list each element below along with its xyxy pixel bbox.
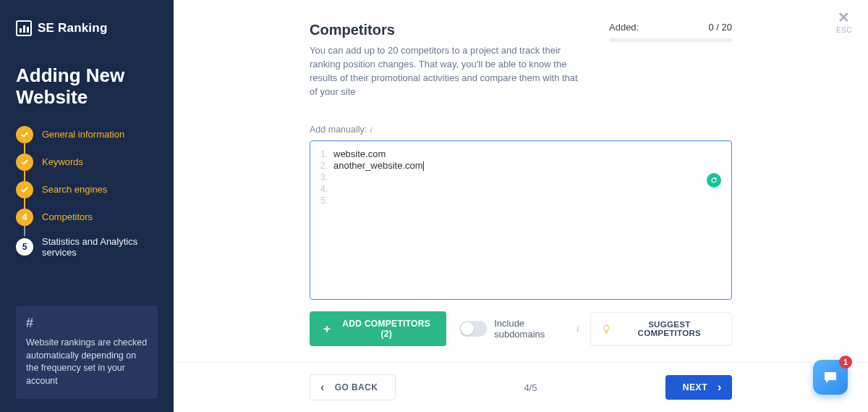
- check-icon: [16, 126, 33, 143]
- added-progress-bar: [609, 38, 732, 42]
- info-icon[interactable]: i: [576, 324, 579, 333]
- add-manually-label: Add manually: i: [310, 125, 732, 135]
- content-area: Competitors You can add up to 20 competi…: [174, 0, 868, 362]
- step-search-engines[interactable]: Search engines: [16, 181, 158, 198]
- editor-line: another_website.com: [333, 160, 424, 172]
- added-count: 0 / 20: [708, 22, 732, 33]
- hash-icon: #: [26, 316, 148, 331]
- step-keywords[interactable]: Keywords: [16, 154, 158, 171]
- check-icon: [16, 181, 33, 198]
- button-label: NEXT: [683, 382, 707, 392]
- header-text: Competitors You can add up to 20 competi…: [310, 22, 584, 98]
- left-controls: ＋ ADD COMPETITORS (2) Include subdomains…: [310, 311, 579, 346]
- page-title: Adding New Website: [16, 65, 158, 109]
- step-connector: [24, 171, 25, 181]
- footer-nav: ‹ GO BACK 4/5 NEXT ›: [174, 362, 868, 412]
- step-label: Competitors: [42, 211, 93, 223]
- include-subdomains-toggle[interactable]: [459, 321, 487, 337]
- button-label: GO BACK: [335, 382, 378, 392]
- sidebar-tip: # Website rankings are checked automatic…: [16, 306, 158, 399]
- competitors-textarea[interactable]: 1.2.3.4.5. website.com another_website.c…: [310, 140, 732, 300]
- step-number-icon: 4: [16, 209, 33, 226]
- toggle-label: Include subdomains i: [494, 318, 579, 340]
- step-label: General information: [42, 129, 124, 140]
- added-counter: Added: 0 / 20: [609, 22, 732, 98]
- add-competitors-button[interactable]: ＋ ADD COMPETITORS (2): [310, 311, 446, 346]
- go-back-button[interactable]: ‹ GO BACK: [310, 374, 396, 400]
- wizard-steps: General information Keywords Search engi…: [16, 126, 158, 258]
- line-numbers: 1.2.3.4.5.: [316, 147, 333, 293]
- step-general-information[interactable]: General information: [16, 126, 158, 143]
- grammarly-icon[interactable]: [707, 173, 721, 188]
- close-esc-label: ESC: [836, 26, 852, 34]
- step-competitors[interactable]: 4 Competitors: [16, 209, 158, 226]
- sidebar: SE Ranking Adding New Website General in…: [0, 0, 174, 412]
- page-indicator: 4/5: [524, 382, 537, 393]
- editor-content: website.com another_website.com: [333, 147, 424, 293]
- notification-badge: 1: [839, 356, 852, 369]
- section-title: Competitors: [310, 22, 584, 38]
- step-connector: [24, 198, 25, 209]
- step-number-icon: 5: [16, 238, 33, 256]
- close-button[interactable]: ✕ ESC: [836, 10, 852, 34]
- step-label: Search engines: [42, 184, 107, 196]
- section-description: You can add up to 20 competitors to a pr…: [310, 44, 584, 98]
- step-label: Keywords: [42, 156, 83, 168]
- info-icon[interactable]: i: [370, 125, 372, 134]
- lightbulb-icon: [601, 324, 611, 335]
- step-label: Statistics and Analytics services: [42, 236, 158, 258]
- section-header: Competitors You can add up to 20 competi…: [310, 22, 732, 98]
- suggest-competitors-button[interactable]: SUGGEST COMPETITORS: [590, 312, 732, 345]
- editor-line: website.com: [333, 148, 424, 160]
- close-icon: ✕: [836, 10, 852, 25]
- brand-name: SE Ranking: [38, 21, 107, 35]
- chat-widget-button[interactable]: 1: [813, 360, 848, 395]
- step-statistics-analytics[interactable]: 5 Statistics and Analytics services: [16, 236, 158, 258]
- brand: SE Ranking: [16, 20, 158, 36]
- next-button[interactable]: NEXT ›: [665, 375, 732, 400]
- button-label: ADD COMPETITORS (2): [338, 319, 435, 339]
- step-connector: [24, 226, 25, 236]
- button-label: SUGGEST COMPETITORS: [618, 320, 721, 337]
- added-label: Added:: [609, 22, 639, 33]
- include-subdomains-control: Include subdomains i: [459, 318, 579, 340]
- chat-bubble-icon: [822, 369, 839, 386]
- main-panel: ✕ ESC Competitors You can add up to 20 c…: [174, 0, 868, 412]
- tip-text: Website rankings are checked automatical…: [26, 337, 148, 387]
- step-connector: [24, 143, 25, 154]
- brand-bar-chart-icon: [16, 20, 32, 36]
- editor-toolbar: ＋ ADD COMPETITORS (2) Include subdomains…: [310, 311, 732, 346]
- check-icon: [16, 154, 33, 171]
